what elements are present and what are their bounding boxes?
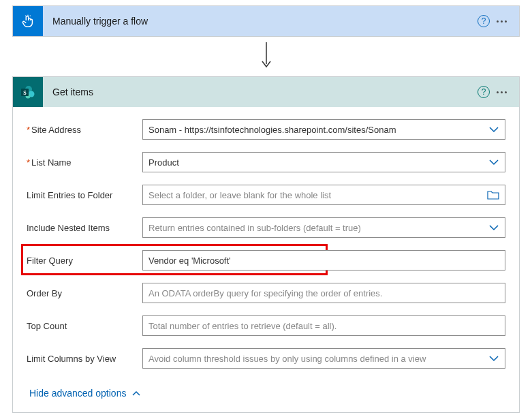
top-count-placeholder: Total number of entries to retrieve (def…: [148, 321, 337, 331]
site-address-row: Site Address Sonam - https://tsinfotechn…: [27, 119, 505, 140]
limit-folder-input[interactable]: Select a folder, or leave blank for the …: [142, 185, 505, 205]
order-by-placeholder: An ODATA orderBy query for specifying th…: [148, 288, 382, 298]
sharepoint-icon: S: [13, 77, 43, 107]
filter-query-row: Filter Query Vendor eq 'Microsoft': [27, 250, 505, 271]
action-title: Get items: [43, 87, 478, 97]
trigger-header[interactable]: Manually trigger a flow ?: [13, 6, 519, 36]
list-name-row: List Name Product: [27, 152, 505, 172]
limit-folder-row: Limit Entries to Folder Select a folder,…: [27, 185, 505, 205]
list-name-select[interactable]: Product: [142, 152, 505, 172]
chevron-down-icon[interactable]: [488, 126, 499, 133]
help-icon[interactable]: ?: [478, 15, 490, 27]
order-by-row: Order By An ODATA orderBy query for spec…: [27, 283, 505, 303]
limit-folder-label: Limit Entries to Folder: [27, 190, 142, 200]
order-by-label: Order By: [27, 288, 142, 298]
more-menu-icon[interactable]: [497, 91, 507, 93]
top-count-label: Top Count: [27, 321, 142, 331]
help-icon[interactable]: ?: [478, 86, 490, 98]
action-card: S Get items ? Site Address Sonam - https…: [12, 76, 520, 413]
hide-advanced-link[interactable]: Hide advanced options: [27, 381, 505, 411]
hide-advanced-label: Hide advanced options: [29, 388, 126, 399]
limit-columns-label: Limit Columns by View: [27, 354, 142, 364]
svg-text:S: S: [23, 90, 27, 96]
site-address-select[interactable]: Sonam - https://tsinfotechnologies.share…: [142, 119, 505, 140]
more-menu-icon[interactable]: [497, 20, 507, 22]
chevron-down-icon[interactable]: [488, 159, 499, 166]
filter-query-value: Vendor eq 'Microsoft': [148, 256, 231, 266]
chevron-up-icon: [131, 388, 141, 399]
trigger-card: Manually trigger a flow ?: [12, 5, 520, 37]
top-count-input[interactable]: Total number of entries to retrieve (def…: [142, 315, 505, 336]
site-address-value: Sonam - https://tsinfotechnologies.share…: [148, 125, 396, 135]
flow-arrow-icon: [12, 37, 520, 76]
limit-columns-placeholder: Avoid column threshold issues by only us…: [148, 354, 426, 364]
chevron-down-icon[interactable]: [488, 355, 499, 362]
filter-query-label: Filter Query: [27, 256, 142, 266]
list-name-label: List Name: [27, 157, 142, 168]
list-name-value: Product: [148, 157, 179, 168]
trigger-title: Manually trigger a flow: [43, 16, 478, 27]
order-by-input[interactable]: An ODATA orderBy query for specifying th…: [142, 283, 505, 303]
folder-picker-icon[interactable]: [487, 190, 499, 200]
include-nested-select[interactable]: Return entries contained in sub-folders …: [142, 217, 505, 238]
filter-query-input[interactable]: Vendor eq 'Microsoft': [142, 250, 505, 271]
action-body: Site Address Sonam - https://tsinfotechn…: [13, 107, 519, 412]
chevron-down-icon[interactable]: [488, 224, 499, 231]
include-nested-row: Include Nested Items Return entries cont…: [27, 217, 505, 238]
site-address-label: Site Address: [27, 125, 142, 135]
limit-columns-row: Limit Columns by View Avoid column thres…: [27, 348, 505, 369]
include-nested-label: Include Nested Items: [27, 223, 142, 233]
include-nested-placeholder: Return entries contained in sub-folders …: [148, 223, 361, 233]
action-header[interactable]: S Get items ?: [13, 77, 519, 107]
limit-folder-placeholder: Select a folder, or leave blank for the …: [148, 190, 331, 200]
limit-columns-select[interactable]: Avoid column threshold issues by only us…: [142, 348, 505, 369]
touch-icon: [13, 6, 43, 36]
top-count-row: Top Count Total number of entries to ret…: [27, 315, 505, 336]
